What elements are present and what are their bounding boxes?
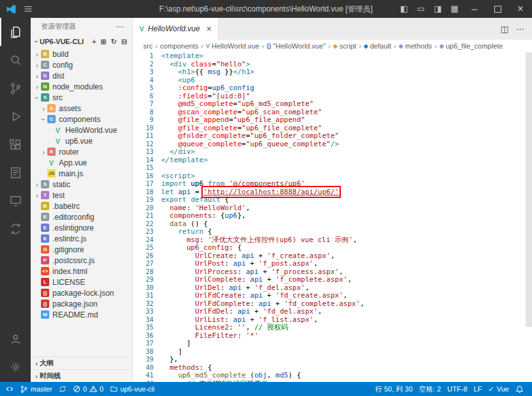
more-actions-icon[interactable]: ⋯: [116, 22, 125, 31]
tree-item-label: main.js: [59, 169, 83, 178]
toggle-secondary-sidebar-icon[interactable]: ◨: [429, 0, 446, 18]
tree-item-package-lock.json[interactable]: {}package-lock.json: [31, 287, 132, 298]
breadcrumb-item[interactable]: src: [143, 42, 153, 50]
tree-item-helloworld.vue[interactable]: VHelloWorld.vue: [31, 125, 132, 135]
sidebar-item-sync[interactable]: [0, 215, 31, 243]
code-line-36[interactable]: 36 FileFilter: '*': [133, 332, 532, 340]
tab-helloworld-vue[interactable]: V HelloWorld.vue ×: [133, 18, 219, 40]
new-folder-icon[interactable]: ⊞: [100, 38, 106, 46]
code-line-38[interactable]: 38 ]: [133, 348, 532, 356]
editorconfig-file-icon: E: [41, 213, 49, 221]
tree-item-config[interactable]: ›Cconfig: [31, 59, 132, 70]
maximize-button[interactable]: [486, 0, 509, 18]
sidebar-item-explorer[interactable]: [0, 18, 31, 46]
workspace-root[interactable]: › UP6-VUE-CLI + ⊞ ↻ ⊟: [31, 34, 132, 49]
sidebar-item-search[interactable]: [0, 46, 31, 74]
tree-item-.babelrc[interactable]: B.babelrc: [31, 201, 132, 211]
tree-item-node_modules[interactable]: ›Nnode_modules: [31, 81, 132, 92]
collapse-folders-icon[interactable]: ⊟: [121, 38, 127, 46]
code-token: ,: [353, 236, 357, 244]
breadcrumb-item[interactable]: ◆methods: [398, 42, 432, 50]
code-token: @queue_complete: [178, 140, 242, 148]
eslint-file-icon: E: [41, 224, 49, 232]
breadcrumb-item[interactable]: ◆up6_file_complete: [439, 42, 503, 50]
code-token: 'f_del.aspx': [254, 284, 305, 292]
sidebar-item-source-control[interactable]: [0, 74, 31, 102]
new-file-icon[interactable]: +: [92, 38, 96, 46]
tree-item-components[interactable]: ›Ccomponents: [31, 114, 132, 125]
breadcrumb-item[interactable]: ◆script: [333, 42, 356, 50]
cursor-position[interactable]: 行 50, 列 30: [372, 382, 416, 396]
code-token: api: [233, 316, 246, 324]
menu-icon[interactable]: [23, 4, 33, 14]
tree-item-index.html[interactable]: <>index.html: [31, 266, 132, 277]
tree-item-dist[interactable]: ›Ddist: [31, 70, 132, 81]
project-status[interactable]: up6-vue-cli: [107, 382, 158, 396]
settings-button[interactable]: [0, 353, 31, 381]
breadcrumb-separator: ›: [262, 42, 264, 50]
close-tab-icon[interactable]: ×: [207, 24, 212, 34]
git-file-icon: G: [41, 245, 49, 254]
indentation-status[interactable]: 空格: 2: [416, 382, 444, 396]
line-number: 21: [133, 212, 161, 220]
editor-more-actions-icon[interactable]: ⋯: [516, 24, 524, 34]
breadcrumb-item[interactable]: {}"HelloWorld.vue": [267, 42, 325, 50]
toggle-sidebar-icon[interactable]: ◧: [396, 0, 412, 18]
tree-item-src[interactable]: ›Ssrc: [31, 92, 132, 103]
editor-scrollbar[interactable]: [526, 52, 532, 327]
split-editor-icon[interactable]: ◫: [501, 24, 508, 34]
tree-item-app.vue[interactable]: VApp.vue: [31, 157, 132, 168]
sidebar-item-extensions[interactable]: [0, 130, 31, 158]
tree-item-.eslintrc.js[interactable]: E.eslintrc.js: [31, 233, 132, 244]
notifications-button[interactable]: [512, 382, 527, 396]
close-button[interactable]: ×: [509, 0, 532, 18]
eol-status[interactable]: LF: [471, 382, 485, 396]
tree-item-label: App.vue: [59, 158, 87, 167]
sidebar-item-run-debug[interactable]: [0, 102, 31, 130]
breadcrumb-item[interactable]: ◆default: [364, 42, 391, 50]
code-token: "up6_file_append": [233, 116, 306, 124]
breadcrumb-separator: ›: [201, 42, 203, 50]
code-line-14[interactable]: 14</template>: [133, 156, 532, 165]
tree-item-package.json[interactable]: {}package.json: [31, 298, 132, 309]
code-token: [161, 331, 195, 340]
account-button[interactable]: [0, 324, 31, 353]
vscode-logo-icon: [6, 4, 17, 15]
toggle-panel-icon[interactable]: ▭: [412, 0, 429, 18]
tree-item-main.js[interactable]: JSmain.js: [31, 168, 132, 179]
tree-item-.eslintignore[interactable]: E.eslintignore: [31, 222, 132, 233]
code-line-37[interactable]: 37 ]: [133, 340, 532, 348]
outline-section[interactable]: › 大纲: [31, 356, 132, 369]
line-number: 1: [133, 52, 161, 61]
timeline-section[interactable]: › 时间线: [31, 369, 132, 382]
minimize-button[interactable]: ─: [463, 0, 486, 18]
git-branch-status[interactable]: master: [17, 382, 56, 396]
sidebar-item-references[interactable]: [0, 158, 31, 187]
tree-item-up6.vue[interactable]: Vup6.vue: [31, 135, 132, 146]
tree-item-test[interactable]: ›Ttest: [31, 190, 132, 201]
tree-item-readme.md[interactable]: MREADME.md: [31, 309, 132, 320]
sidebar-item-remote-explorer[interactable]: [0, 187, 31, 215]
remote-indicator[interactable]: [3, 382, 17, 396]
breadcrumb-item[interactable]: VHelloWorld.vue: [206, 42, 259, 50]
code-token: :: [187, 204, 195, 212]
tree-item-router[interactable]: ›Rrouter: [31, 146, 132, 157]
sync-status[interactable]: [56, 382, 70, 396]
tree-item-license[interactable]: LLICENSE: [31, 277, 132, 287]
code-editor[interactable]: 1<template>2 <div class="hello">3 <h1>{{…: [133, 52, 532, 382]
encoding-status[interactable]: UTF-8: [444, 382, 471, 396]
refresh-explorer-icon[interactable]: ↻: [111, 38, 117, 46]
language-mode[interactable]: ✓ Vue: [485, 382, 512, 396]
problems-status[interactable]: 0 0: [70, 382, 107, 396]
breadcrumb-item[interactable]: components: [160, 42, 198, 50]
customize-layout-icon[interactable]: ▦: [446, 0, 463, 18]
tree-item-assets[interactable]: ›Aassets: [31, 103, 132, 114]
tree-item-build[interactable]: ›Bbuild: [31, 49, 132, 59]
tree-item-.postcssrc.js[interactable]: P.postcssrc.js: [31, 255, 132, 266]
tree-item-.gitignore[interactable]: G.gitignore: [31, 244, 132, 255]
tree-item-static[interactable]: ›Sstatic: [31, 179, 132, 190]
code-token: @scan_complete: [178, 108, 238, 116]
tree-item-.editorconfig[interactable]: E.editorconfig: [31, 211, 132, 222]
code-token: +: [263, 275, 276, 284]
code-token: [161, 371, 178, 379]
